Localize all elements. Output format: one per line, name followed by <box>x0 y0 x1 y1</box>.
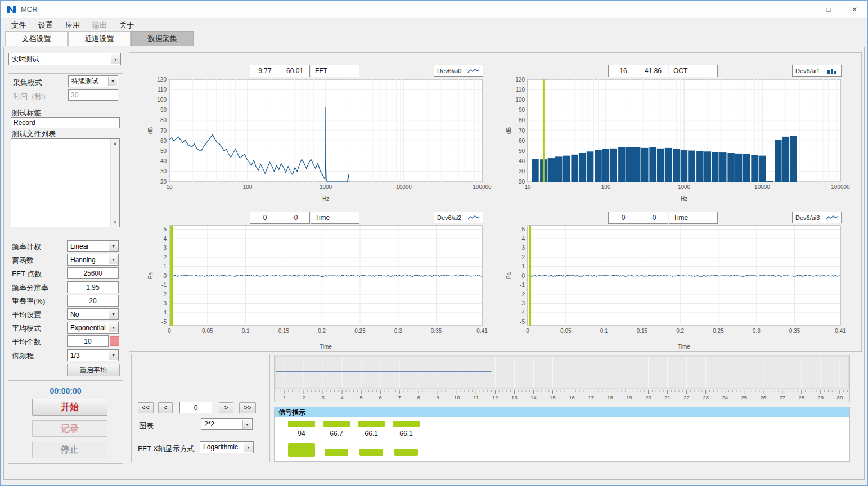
restart-average-button[interactable]: 重启平均 <box>67 364 120 376</box>
svg-text:4: 4 <box>521 236 525 242</box>
svg-text:7: 7 <box>398 394 401 400</box>
acq-mode-select[interactable]: 持续测试▼ <box>68 75 118 87</box>
realtime-test-select[interactable]: 实时测试▼ <box>8 53 121 65</box>
svg-text:11: 11 <box>473 394 479 400</box>
nav-first-button[interactable]: << <box>138 402 154 413</box>
average-count-alert-flag <box>110 336 119 346</box>
param-input-3[interactable]: 25600 <box>67 267 119 279</box>
signal-indicator-body: 9466.766.166.1 <box>275 417 849 461</box>
param-label-6: 平均设置 <box>12 310 41 320</box>
param-label-4: 频率分辨率 <box>12 283 48 293</box>
svg-text:110: 110 <box>158 87 167 93</box>
start-button[interactable]: 开始 <box>32 399 107 416</box>
svg-text:20: 20 <box>645 394 651 400</box>
chart-layout-select[interactable]: 2*2▼ <box>201 418 253 430</box>
nav-last-button[interactable]: >> <box>239 402 256 413</box>
param-label-8: 平均个数 <box>12 337 41 347</box>
nav-position-input[interactable]: 0 <box>179 402 212 413</box>
realtime-test-select-value: 实时测试 <box>12 55 120 64</box>
svg-text:100: 100 <box>157 97 167 103</box>
param-label-7: 平均模式 <box>12 323 41 334</box>
nav-next-button[interactable]: > <box>219 402 233 413</box>
signal-level-bar-1 <box>288 421 315 428</box>
param-select-6[interactable]: No▼ <box>67 308 119 320</box>
chart-layout-label: 图表 <box>139 421 154 431</box>
svg-text:0.15: 0.15 <box>637 328 648 334</box>
param-select-1[interactable]: Linear▼ <box>67 240 119 252</box>
svg-text:40: 40 <box>519 158 525 164</box>
svg-text:0: 0 <box>168 328 171 334</box>
svg-text:0.25: 0.25 <box>354 328 366 334</box>
svg-text:5: 5 <box>359 394 362 400</box>
svg-text:50: 50 <box>519 148 525 154</box>
svg-text:Time: Time <box>678 344 690 350</box>
svg-text:0: 0 <box>526 328 529 334</box>
svg-text:110: 110 <box>516 87 525 93</box>
svg-text:30: 30 <box>519 168 525 174</box>
file-list-label: 测试文件列表 <box>12 129 56 139</box>
svg-text:90: 90 <box>519 107 525 113</box>
svg-text:120: 120 <box>515 76 525 83</box>
svg-text:10: 10 <box>166 184 173 190</box>
chevron-down-icon: ▼ <box>108 76 117 86</box>
line-chart-icon <box>467 68 480 74</box>
param-label-2: 窗函数 <box>12 255 34 266</box>
nav-prev-button[interactable]: < <box>158 402 173 413</box>
test-file-list[interactable]: ▲▼ <box>11 138 120 227</box>
fft-chart[interactable]: 2030405060708090100110120101001000100001… <box>134 75 495 203</box>
svg-text:-4: -4 <box>161 309 167 316</box>
param-input-4[interactable]: 1.95 <box>67 281 119 293</box>
fft-xaxis-mode-select[interactable]: Logarithmic▼ <box>200 441 254 453</box>
svg-text:30: 30 <box>837 394 843 400</box>
param-select-9[interactable]: 1/3▼ <box>67 349 119 361</box>
svg-text:50: 50 <box>160 148 167 154</box>
svg-text:Time: Time <box>320 344 332 350</box>
svg-text:-3: -3 <box>161 300 167 307</box>
param-input-5[interactable]: 20 <box>67 295 119 307</box>
svg-text:0.3: 0.3 <box>753 328 761 334</box>
svg-text:12: 12 <box>492 394 498 400</box>
test-label-input[interactable]: Record <box>11 117 120 128</box>
svg-text:4: 4 <box>340 394 343 400</box>
signal-level-bar-3 <box>358 421 385 428</box>
svg-text:0.35: 0.35 <box>431 328 442 334</box>
chevron-down-icon: ▼ <box>109 350 118 360</box>
scroll-down-icon[interactable]: ▼ <box>113 218 118 227</box>
svg-text:5: 5 <box>163 226 167 232</box>
signal-level-value-4: 66.1 <box>393 430 420 438</box>
svg-text:0.1: 0.1 <box>242 328 250 334</box>
svg-text:28: 28 <box>799 394 805 400</box>
chevron-down-icon: ▼ <box>111 54 120 64</box>
param-input-8[interactable]: 10 <box>67 335 109 347</box>
svg-text:1000: 1000 <box>320 184 332 190</box>
svg-text:Hz: Hz <box>322 196 329 202</box>
svg-text:3: 3 <box>163 245 167 251</box>
svg-text:10000: 10000 <box>396 184 412 190</box>
svg-text:24: 24 <box>722 394 728 400</box>
time-chart-ai2[interactable]: -5-4-3-2-101234500.050.10.150.20.250.30.… <box>134 222 495 351</box>
signal-indicator-panel: 信号指示 9466.766.166.1 <box>274 407 850 462</box>
signal-level-bar2-1 <box>288 443 315 457</box>
signal-level-bar-4 <box>393 421 420 428</box>
svg-text:10: 10 <box>524 184 531 190</box>
svg-text:70: 70 <box>160 128 167 134</box>
param-select-7[interactable]: Exponential▼ <box>67 322 119 334</box>
svg-text:0.2: 0.2 <box>318 328 326 334</box>
svg-text:2: 2 <box>163 254 167 260</box>
file-list-scrollbar[interactable]: ▲▼ <box>110 139 119 227</box>
svg-text:-4: -4 <box>520 309 525 316</box>
svg-text:30: 30 <box>160 168 167 174</box>
svg-text:9: 9 <box>437 394 439 400</box>
svg-text:90: 90 <box>160 107 167 113</box>
record-button[interactable]: 记录 <box>32 420 107 437</box>
scroll-up-icon[interactable]: ▲ <box>113 139 118 147</box>
svg-text:29: 29 <box>818 394 824 400</box>
record-timeline[interactable]: 1234567891011121314151617181920212223242… <box>274 355 850 403</box>
stop-button[interactable]: 停止 <box>32 442 107 458</box>
oct-chart[interactable]: 2030405060708090100110120101001000100001… <box>492 75 853 203</box>
time-chart-ai3[interactable]: -5-4-3-2-101234500.050.10.150.20.250.30.… <box>492 222 853 351</box>
svg-text:60: 60 <box>160 138 167 144</box>
param-select-2[interactable]: Hanning▼ <box>67 254 119 266</box>
svg-text:0.1: 0.1 <box>600 328 608 334</box>
svg-text:3: 3 <box>521 245 525 251</box>
